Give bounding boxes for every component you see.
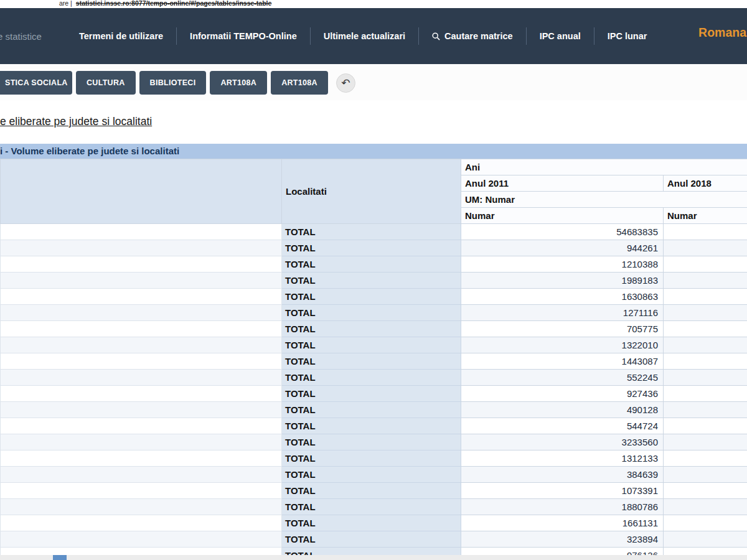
menu-item-label: Ultimele actualizari [324, 31, 405, 41]
judet-cell [1, 450, 282, 467]
data-table: Localitati Ani Anul 2011 Anul 2018 UM: N… [0, 159, 747, 560]
localitate-cell: TOTAL [282, 483, 461, 499]
value-2011-cell: 1322010 [461, 337, 664, 353]
value-2011-cell: 1210388 [461, 256, 664, 273]
judete-header-cell [1, 159, 282, 224]
table-row: TOTAL552245 [1, 370, 747, 386]
numar-2018-header-cell: Numar [664, 208, 747, 224]
judet-cell [1, 273, 282, 289]
localitate-cell: TOTAL [282, 305, 461, 321]
value-2011-cell: 1312133 [461, 450, 664, 467]
judet-cell [1, 256, 282, 273]
value-2018-cell [664, 499, 747, 515]
table-row: TOTAL384639 [1, 467, 747, 483]
breadcrumb-item-art108a-1[interactable]: ART108A [210, 71, 267, 95]
localitate-cell: TOTAL [282, 386, 461, 402]
judet-cell [1, 337, 282, 353]
value-2011-cell: 490128 [461, 402, 664, 418]
um-header-cell: UM: Numar [461, 192, 747, 208]
value-2018-cell [664, 483, 747, 499]
table-header: Localitati Ani Anul 2011 Anul 2018 UM: N… [1, 159, 747, 224]
localitati-header-cell: Localitati [282, 159, 461, 224]
judet-cell [1, 402, 282, 418]
value-2011-cell: 944261 [461, 240, 664, 256]
localitate-cell: TOTAL [282, 321, 461, 337]
menu-item-ipc-lunar[interactable]: IPC lunar [594, 31, 660, 41]
value-2018-cell [664, 256, 747, 273]
value-2018-cell [664, 450, 747, 467]
judet-cell [1, 224, 282, 240]
breadcrumb-item-cultura[interactable]: CULTURA [76, 71, 136, 95]
value-2011-cell: 1271116 [461, 305, 664, 321]
menu-item-termeni-de-utilizare[interactable]: Termeni de utilizare [66, 31, 176, 41]
table-row: TOTAL1322010 [1, 337, 747, 353]
menu-item-label: IPC lunar [608, 31, 647, 41]
table-row: TOTAL323894 [1, 531, 747, 548]
localitate-cell: TOTAL [282, 224, 461, 240]
browser-strip-prefix: are | [59, 0, 72, 7]
menu-item-ultimele-actualizari[interactable]: Ultimele actualizari [311, 31, 418, 41]
table-row: TOTAL1312133 [1, 450, 747, 467]
localitate-cell: TOTAL [282, 353, 461, 370]
localitate-cell: TOTAL [282, 370, 461, 386]
language-selector[interactable]: Romana [698, 26, 747, 40]
horizontal-scrollbar-thumb[interactable] [53, 555, 67, 560]
breadcrumb-item-art108a-2[interactable]: ART108A [271, 71, 328, 95]
value-2011-cell: 384639 [461, 467, 664, 483]
judet-cell [1, 531, 282, 548]
table-row: TOTAL490128 [1, 402, 747, 418]
ani-header-cell: Ani [461, 159, 747, 175]
value-2011-cell: 1630863 [461, 289, 664, 305]
table-row: TOTAL1443087 [1, 353, 747, 370]
judet-cell [1, 467, 282, 483]
breadcrumb: STICA SOCIALA CULTURA BIBLIOTECI ART108A… [0, 64, 747, 100]
browser-strip: are |statistici.insse.ro:8077/tempo-onli… [0, 0, 747, 8]
anul-2011-header-cell: Anul 2011 [461, 175, 664, 192]
menu-item-informatii-tempo-online[interactable]: Informatii TEMPO-Online [177, 31, 310, 41]
localitate-cell: TOTAL [282, 273, 461, 289]
table-row: TOTAL705775 [1, 321, 747, 337]
value-2011-cell: 3233560 [461, 434, 664, 450]
value-2011-cell: 552245 [461, 370, 664, 386]
menu-item-ipc-anual[interactable]: IPC anual [527, 31, 594, 41]
value-2018-cell [664, 337, 747, 353]
breadcrumb-item-statistica-sociala[interactable]: STICA SOCIALA [0, 71, 72, 95]
main-navbar: e statistice Termeni de utilizare Inform… [0, 8, 747, 64]
table-row: TOTAL1073391 [1, 483, 747, 499]
numar-2011-header-cell: Numar [461, 208, 664, 224]
judet-cell [1, 418, 282, 434]
menu-item-cautare-matrice[interactable]: Cautare matrice [419, 31, 526, 41]
value-2018-cell [664, 434, 747, 450]
matrix-link[interactable]: e eliberate pe judete si localitati [0, 115, 152, 128]
value-2018-cell [664, 305, 747, 321]
value-2018-cell [664, 531, 747, 548]
judet-cell [1, 289, 282, 305]
undo-arrow-icon: ↶ [341, 77, 350, 90]
localitate-cell: TOTAL [282, 467, 461, 483]
table-row: TOTAL927436 [1, 386, 747, 402]
value-2011-cell: 927436 [461, 386, 664, 402]
main-menu: Termeni de utilizare Informatii TEMPO-On… [66, 27, 660, 45]
value-2011-cell: 544724 [461, 418, 664, 434]
horizontal-scrollbar[interactable] [0, 555, 747, 560]
value-2011-cell: 1661131 [461, 515, 664, 531]
value-2011-cell: 323894 [461, 531, 664, 548]
value-2018-cell [664, 467, 747, 483]
back-button[interactable]: ↶ [336, 73, 355, 93]
judet-cell [1, 386, 282, 402]
table-row: TOTAL3233560 [1, 434, 747, 450]
breadcrumb-item-biblioteci[interactable]: BIBLIOTECI [139, 71, 207, 95]
table-row: TOTAL1210388 [1, 256, 747, 273]
table-row: TOTAL544724 [1, 418, 747, 434]
localitate-cell: TOTAL [282, 256, 461, 273]
judet-cell [1, 240, 282, 256]
localitate-cell: TOTAL [282, 499, 461, 515]
menu-item-label: Informatii TEMPO-Online [190, 31, 297, 41]
judet-cell [1, 434, 282, 450]
localitate-cell: TOTAL [282, 450, 461, 467]
judet-cell [1, 370, 282, 386]
value-2018-cell [664, 515, 747, 531]
localitate-cell: TOTAL [282, 402, 461, 418]
value-2011-cell: 1880786 [461, 499, 664, 515]
value-2018-cell [664, 418, 747, 434]
